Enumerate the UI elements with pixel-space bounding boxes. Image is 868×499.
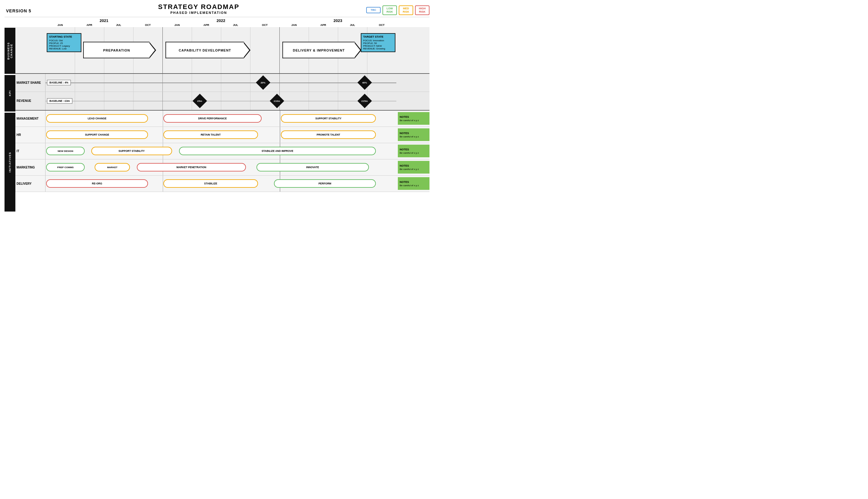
management-timeline: LEAD CHANGE DRIVE PERFORMANCE SUPPORT ST…: [46, 111, 397, 126]
target-state-product: PRODUCT: NEW: [363, 45, 393, 47]
starting-state-title: STARTING STATE: [49, 35, 79, 38]
hr-retain-talent: RETAIN TALENT: [163, 131, 258, 139]
management-drive-performance: DRIVE PERFORMANCE: [163, 114, 261, 123]
target-state-people: PEOPLE: 50: [363, 42, 393, 45]
month-oct-2022: OCT: [250, 24, 279, 26]
marketing-market-penetration: MARKET PENETRATION: [137, 163, 246, 171]
kpi-section: MARKET SHARE: [15, 74, 429, 111]
marketing-notes-text: Be careful of x y z: [400, 168, 428, 171]
month-apr-2021: APR: [75, 24, 104, 26]
marketing-label: MARKETING: [15, 159, 46, 175]
delivery-label: DELIVERY: [15, 176, 46, 192]
kpi-market-share-40pct: 40%: [357, 75, 372, 90]
it-label: IT: [15, 143, 46, 159]
initiatives-section: MANAGEMENT LEAD CHANGE DRIVE PERFORMANCE…: [15, 111, 429, 192]
hr-notes-title: NOTES: [400, 132, 428, 135]
business-change-section: STARTING STATE FOCUS: Old PEOPLE: 25 PRO…: [15, 27, 429, 74]
delivery-stabilize: STABILIZE: [163, 179, 258, 188]
legend-low: LOWRISK: [382, 5, 397, 15]
delivery-timeline: RE-ORG STABILIZE PERFORM: [46, 176, 397, 192]
initiatives-marketing-row: MARKETING PREP COMMS MARKET MARKET PENET…: [15, 159, 429, 176]
delivery-improvement-arrow: DELIVERY & IMPROVEMENT: [282, 42, 355, 59]
preparation-arrow: PREPARATION: [83, 42, 149, 59]
management-lead-change: LEAD CHANGE: [46, 114, 148, 123]
it-notes-title: NOTES: [400, 148, 428, 151]
kpi-revenue-10m: £10m: [270, 94, 284, 108]
month-jan-2021: JAN: [46, 24, 75, 26]
delivery-notes: NOTES Be careful of x y z: [398, 177, 429, 190]
year-2022: 2022: [217, 19, 225, 23]
legend-high: HIGHRISK: [415, 5, 429, 15]
starting-state-product: PRODUCT: Legacy: [49, 45, 79, 47]
marketing-market: MARKET: [95, 163, 130, 171]
it-new-design: NEW DESIGN: [46, 147, 85, 155]
management-notes-text: Be careful of x y z: [400, 119, 428, 122]
target-state-title: TARGET STATE: [363, 35, 393, 38]
management-label: MANAGEMENT: [15, 111, 46, 126]
section-label-initiatives: INITIATIVES: [4, 112, 15, 211]
month-apr-2022: APR: [192, 24, 221, 26]
kpi-revenue-label: REVENUE: [15, 92, 46, 110]
kpi-revenue-baseline: BASELINE : £3m: [47, 98, 72, 104]
marketing-timeline: PREP COMMS MARKET MARKET PENETRATION INN…: [46, 159, 397, 175]
marketing-prep-comms: PREP COMMS: [46, 163, 85, 171]
management-support-stability: SUPPORT STABILITY: [281, 114, 376, 123]
management-notes-title: NOTES: [400, 115, 428, 119]
legend-area: TBC LOWRISK MEDRISK HIGHRISK: [366, 5, 429, 15]
hr-timeline: SUPPORT CHANGE RETAIN TALENT PROMOTE TAL…: [46, 127, 397, 143]
delivery-notes-text: Be careful of x y z: [400, 184, 428, 187]
delivery-re-org: RE-ORG: [46, 179, 148, 188]
it-timeline: NEW DESIGN SUPPORT STABILITY STABILIZE A…: [46, 143, 397, 159]
section-labels: BUSINESSCHANGE KPI INITIATIVES: [4, 27, 15, 211]
hr-label: HR: [15, 127, 46, 143]
kpi-revenue-15m: £15m: [357, 94, 372, 108]
starting-state-revenue: REVENUE: Low: [49, 47, 79, 50]
year-2021: 2021: [100, 19, 109, 23]
delivery-notes-title: NOTES: [400, 181, 428, 183]
month-jul-2021: JUL: [104, 24, 133, 26]
starting-state-people: PEOPLE: 25: [49, 42, 79, 45]
month-jan-2022: JAN: [162, 24, 192, 26]
it-notes-text: Be careful of x y z: [400, 151, 428, 154]
initiatives-hr-row: HR SUPPORT CHANGE RETAIN TALENT PROMOTE …: [15, 127, 429, 143]
kpi-market-share-20pct: 20%: [256, 75, 270, 90]
section-label-business-change: BUSINESSCHANGE: [4, 27, 15, 74]
content-body: STARTING STATE FOCUS: Old PEOPLE: 25 PRO…: [15, 27, 429, 211]
delivery-perform: PERFORM: [274, 179, 376, 188]
initiatives-delivery-row: DELIVERY RE-ORG STABILIZE PERFORM NOTES …: [15, 176, 429, 192]
version-label: VERSION 5: [6, 9, 31, 13]
it-support-stability: SUPPORT STABILITY: [91, 147, 172, 155]
month-oct-2023: OCT: [367, 24, 396, 26]
hr-support-change: SUPPORT CHANGE: [46, 131, 148, 139]
it-notes: NOTES Be careful of x y z: [398, 145, 429, 157]
kpi-market-share-timeline: BASELINE : 4% 20% 40%: [46, 74, 396, 92]
header: VERSION 5 STRATEGY ROADMAP PHASED IMPLEM…: [4, 3, 429, 15]
month-jan-2023: JAN: [279, 24, 309, 26]
month-jul-2022: JUL: [221, 24, 250, 26]
month-apr-2023: APR: [309, 24, 338, 26]
kpi-market-share-row: MARKET SHARE: [15, 74, 429, 92]
section-label-kpi: KPI: [4, 74, 15, 111]
kpi-revenue-5m: £5m: [193, 94, 207, 108]
page-title: STRATEGY ROADMAP: [31, 3, 366, 11]
kpi-market-share-label: MARKET SHARE: [15, 74, 46, 92]
hr-notes-text: Be careful of x y z: [400, 135, 428, 138]
starting-state-focus: FOCUS: Old: [49, 39, 79, 42]
it-stabilize-improve: STABILIZE AND IMPROVE: [179, 147, 376, 155]
target-state-box: TARGET STATE FOCUS: Innovation PEOPLE: 5…: [361, 33, 395, 52]
capability-development-arrow: CAPABILITY DEVELOPMENT: [166, 42, 244, 59]
hr-promote-talent: PROMOTE TALENT: [281, 131, 376, 139]
page-subtitle: PHASED IMPLEMENTATION: [31, 11, 366, 14]
month-jul-2023: JUL: [338, 24, 367, 26]
target-state-focus: FOCUS: Innovation: [363, 39, 393, 42]
header-divider: [4, 17, 429, 17]
marketing-innovate: INNOVATE: [256, 163, 369, 171]
marketing-notes-title: NOTES: [400, 164, 428, 167]
main-content: BUSINESSCHANGE KPI INITIATIVES: [4, 27, 429, 211]
kpi-market-share-baseline: BASELINE : 4%: [47, 80, 71, 85]
marketing-notes: NOTES Be careful of x y z: [398, 161, 429, 173]
starting-state-box: STARTING STATE FOCUS: Old PEOPLE: 25 PRO…: [47, 33, 81, 52]
legend-med: MEDRISK: [399, 5, 413, 15]
hr-notes: NOTES Be careful of x y z: [398, 129, 429, 141]
kpi-revenue-row: REVENUE: [15, 92, 429, 110]
